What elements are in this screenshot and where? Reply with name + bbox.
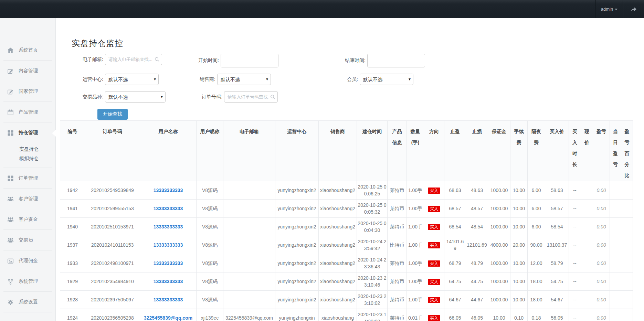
cell-pnl: 0.00 <box>593 181 610 200</box>
table-row: 1942202010254953984913333333333V8源码yunyi… <box>60 181 633 200</box>
cell-user[interactable]: 3225455839@qq.com <box>140 309 197 321</box>
column-header: 用户名称 <box>140 121 197 181</box>
search-button[interactable]: 开始查找 <box>97 109 128 120</box>
cell-op: yunyingzhongxin2 <box>275 218 319 236</box>
sidebar-item-7[interactable]: 客户管理 <box>0 189 55 209</box>
cell-buy-price: 54.75 <box>545 272 569 291</box>
column-header: 现价 <box>581 121 593 181</box>
cell-tp: 68.63 <box>444 181 466 200</box>
grid-icon <box>7 175 14 182</box>
cell-user[interactable]: 13333333333 <box>140 181 197 200</box>
sidebar-item-11[interactable]: 系统管理 <box>0 271 55 292</box>
seller-select[interactable]: 默认不选 <box>217 74 271 85</box>
cell-duration: -- <box>569 236 581 254</box>
op-center-label: 运营中心: <box>60 76 105 83</box>
cell-qty: 1.00手 <box>407 236 424 254</box>
cell-open-time: 2020-10-25 00:06:25 <box>357 181 388 200</box>
cell-user[interactable]: 13333333333 <box>140 254 197 272</box>
logout-button[interactable] <box>623 0 644 18</box>
cell-overnight: 6.00 <box>528 181 545 200</box>
nav-group: 产品管理 <box>0 102 55 122</box>
column-header: 编号 <box>60 121 85 181</box>
cell-order-no: 2020102549539849 <box>85 181 140 200</box>
direction-badge: 买入 <box>428 188 440 194</box>
cell-duration: -- <box>569 254 581 272</box>
nav-group: 国家管理 <box>0 81 55 102</box>
cell-pnl-pct <box>621 200 633 218</box>
column-header: 运营中心 <box>275 121 319 181</box>
variety-select[interactable]: 默认不选 <box>105 91 166 103</box>
cell-email <box>223 218 275 236</box>
cell-order-no: 2020102356505298 <box>85 309 140 321</box>
cell-order-no: 2020102510153971 <box>85 218 140 236</box>
nav-group: 系统首页 <box>0 40 55 61</box>
cell-qty: 1.00手 <box>407 272 424 291</box>
cell-overnight: 12.00 <box>528 254 545 272</box>
column-header: 数量(手) <box>407 121 424 181</box>
sidebar-item-9[interactable]: 交易员 <box>0 230 55 250</box>
cell-email <box>223 181 275 200</box>
cell-direction: 买入 <box>424 291 444 309</box>
filter-row-1: 电子邮箱: 开始时间: 结束时间: <box>60 54 633 67</box>
edit-icon <box>7 68 14 74</box>
op-center-select[interactable]: 默认不选 <box>105 74 159 85</box>
cell-duration: -- <box>569 200 581 218</box>
start-time-label: 开始时间: <box>162 57 221 64</box>
sidebar-item-12[interactable]: 系统设置 <box>0 292 55 312</box>
cell-email <box>223 272 275 291</box>
image-icon <box>7 258 14 264</box>
cell-seller: xiaoshoushang2 <box>319 181 357 200</box>
sidebar-item-8[interactable]: 客户资金 <box>0 209 55 230</box>
submenu-item-1[interactable]: 实盘持仓 <box>0 145 55 154</box>
chevron-down-icon <box>615 9 617 10</box>
cell-op: yunyingzhongxin2 <box>275 291 319 309</box>
sidebar-item-5[interactable]: 持仓管理 <box>0 122 55 143</box>
cell-user[interactable]: 13333333333 <box>140 272 197 291</box>
sidebar-item-1[interactable]: 系统首页 <box>0 40 55 61</box>
member-select[interactable]: 默认不选 <box>360 74 413 85</box>
cell-margin: 4000.00 <box>488 236 510 254</box>
cell-nick: V8源码 <box>197 181 223 200</box>
sidebar-item-4[interactable]: 产品管理 <box>0 102 55 122</box>
column-header: 销售商 <box>319 121 357 181</box>
cell-user[interactable]: 13333333333 <box>140 218 197 236</box>
cell-fee: 10.00 <box>510 218 528 236</box>
column-header: 止损 <box>466 121 488 181</box>
cell-id: 1937 <box>60 236 85 254</box>
end-time-input[interactable] <box>367 54 425 67</box>
cell-pnl-pct <box>621 218 633 236</box>
cell-seller: xiaoshoushang2 <box>319 254 357 272</box>
cell-sl: 46.05 <box>466 309 488 321</box>
gear-icon <box>7 299 14 306</box>
cell-fee: 0.10 <box>510 309 528 321</box>
calendar-icon <box>7 109 14 116</box>
cell-pnl-pct <box>621 291 633 309</box>
seller-label: 销售商: <box>159 76 217 83</box>
cell-day-pnl <box>610 309 621 321</box>
table-row: 192420201023565052983225455839@qq.comxji… <box>60 309 633 321</box>
submenu-item-2[interactable]: 模拟持仓 <box>0 154 55 163</box>
cell-user[interactable]: 13333333333 <box>140 236 197 254</box>
cell-user[interactable]: 13333333333 <box>140 200 197 218</box>
sidebar-item-label: 持仓管理 <box>19 130 38 136</box>
cell-buy-price: 56.05 <box>545 309 569 321</box>
sidebar-item-10[interactable]: 代理佣金 <box>0 250 55 271</box>
nav-group: 持仓管理实盘持仓模拟持仓 <box>0 122 55 168</box>
cell-buy-price: 58.79 <box>545 254 569 272</box>
column-header: 用户昵称 <box>197 121 223 181</box>
cell-buy-price: 58.63 <box>545 181 569 200</box>
cell-pnl: 0.00 <box>593 291 610 309</box>
cell-user[interactable]: 13333333333 <box>140 291 197 309</box>
admin-menu[interactable]: admin <box>595 0 623 18</box>
start-time-input[interactable] <box>221 54 278 67</box>
cell-op: yunyingzhongxin2 <box>275 181 319 200</box>
share-arrow-icon <box>630 6 637 12</box>
sidebar-item-3[interactable]: 国家管理 <box>0 81 55 102</box>
order-no-search-input[interactable] <box>224 91 278 103</box>
email-search-input[interactable] <box>105 54 162 65</box>
sidebar-item-2[interactable]: 内容管理 <box>0 61 55 81</box>
sidebar-item-6[interactable]: 订单管理 <box>0 168 55 189</box>
cell-id: 1941 <box>60 200 85 218</box>
cell-pnl-pct <box>621 181 633 200</box>
sidebar-item-label: 内容管理 <box>19 68 38 74</box>
